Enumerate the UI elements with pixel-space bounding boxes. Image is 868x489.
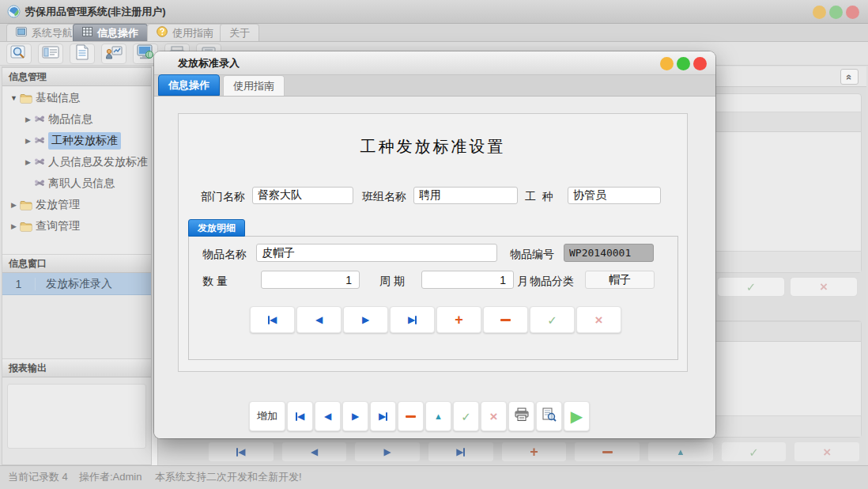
tree-collapsed-icon[interactable]: ▶	[23, 116, 33, 123]
system-message-status: 本系统支持二次开发和全新开发!	[155, 470, 302, 484]
first-icon: ◀	[236, 447, 245, 457]
contact-card-icon	[42, 45, 59, 63]
tree-item-job-standard[interactable]: ▶ 工种发放标准	[2, 131, 149, 151]
detail-prev-button[interactable]: ◀	[296, 306, 342, 333]
cycle-label: 周 期	[379, 272, 405, 290]
minus-icon	[406, 415, 416, 418]
tree-item-issue-manage[interactable]: ▶ 发放管理	[2, 195, 149, 215]
tree-item-personnel-standard[interactable]: ▶ 人员信息及发放标准	[2, 152, 149, 172]
minimize-button[interactable]	[813, 6, 826, 19]
tree-collapsed-icon[interactable]: ▶	[9, 222, 19, 230]
tree-item-resigned-info[interactable]: 离职人员信息	[2, 173, 149, 194]
confirm-button[interactable]: ✓	[453, 401, 479, 431]
cancel-button[interactable]: ×	[790, 277, 858, 297]
standard-setting-panel: 工种发放标准设置 部门名称 班组名称 工 种 发放明细 物品名称 物品编号 数 …	[178, 113, 688, 372]
folder-icon	[20, 222, 32, 232]
edit-button[interactable]: ▲	[425, 401, 451, 431]
tree-collapsed-icon[interactable]: ▶	[9, 201, 19, 209]
first-icon: ◀	[268, 315, 277, 324]
background-record-navigator: ◀ ◀ ▶ ▶ + ▲ ✓ ×	[208, 442, 860, 462]
section-header-info-manage: 信息管理	[2, 67, 151, 86]
item-name-input[interactable]	[256, 244, 497, 262]
window-list-label: 发放标准录入	[36, 277, 112, 291]
issue-detail-tab[interactable]: 发放明细	[188, 219, 245, 237]
folder-icon	[20, 93, 32, 104]
print-button[interactable]	[508, 401, 534, 431]
detail-add-button[interactable]: +	[436, 306, 481, 333]
tree-item-query-manage[interactable]: ▶ 查询管理	[2, 216, 149, 237]
dialog-maximize-button[interactable]	[677, 57, 690, 70]
last-button[interactable]: ▶	[370, 401, 396, 431]
tab-info-operation[interactable]: 信息操作	[73, 24, 148, 41]
detail-first-button[interactable]: ◀	[250, 306, 295, 333]
tree-item-item-info[interactable]: ▶ 物品信息	[2, 109, 149, 130]
delete-record-button[interactable]	[574, 442, 640, 462]
confirm-record-button[interactable]: ✓	[721, 442, 787, 462]
detail-confirm-button[interactable]: ✓	[530, 306, 575, 333]
search-icon	[10, 44, 28, 63]
tab-system-nav[interactable]: 系统导航	[6, 24, 82, 41]
dialog-tab-user-guide[interactable]: 使用指南	[223, 75, 285, 96]
next-icon: ▶	[362, 315, 369, 324]
detail-delete-button[interactable]	[483, 306, 528, 333]
operator-status: 操作者:Admin	[79, 470, 142, 484]
run-button[interactable]: ▶	[564, 401, 590, 431]
document-icon	[76, 44, 89, 63]
report-output-panel	[7, 384, 146, 449]
detail-cancel-button[interactable]: ×	[576, 306, 621, 333]
tab-about[interactable]: 关于	[220, 24, 259, 41]
category-input[interactable]	[585, 271, 655, 289]
document-button[interactable]	[70, 44, 95, 64]
first-icon: ◀	[296, 411, 304, 421]
triangle-up-icon: ▲	[676, 448, 685, 457]
dialog-close-button[interactable]	[693, 57, 707, 70]
first-record-button[interactable]: ◀	[208, 442, 274, 462]
next-record-button[interactable]: ▶	[354, 442, 421, 462]
collapse-panel-button[interactable]: «	[840, 69, 859, 85]
prev-icon: ◀	[324, 411, 331, 421]
edit-record-button[interactable]: ▲	[647, 442, 714, 462]
tree-expanded-icon[interactable]: ▼	[9, 94, 19, 102]
dialog-tab-info-operation[interactable]: 信息操作	[158, 74, 220, 96]
app-window: 劳保用品管理系统(非注册用户) 系统导航 信息操作 使用指南 关于	[0, 0, 868, 489]
quantity-input[interactable]	[261, 271, 360, 289]
maximize-button[interactable]	[829, 6, 843, 19]
title-bar: 劳保用品管理系统(非注册用户)	[0, 0, 868, 24]
tree-collapsed-icon[interactable]: ▶	[23, 137, 33, 145]
prev-button[interactable]: ◀	[315, 401, 341, 431]
close-button[interactable]	[846, 6, 859, 19]
job-type-input[interactable]	[568, 187, 661, 204]
record-card-button[interactable]	[38, 44, 63, 64]
window-title: 劳保用品管理系统(非注册用户)	[25, 0, 166, 24]
tree-collapsed-icon[interactable]: ▶	[23, 158, 33, 166]
detail-next-button[interactable]: ▶	[343, 306, 388, 333]
close-icon: ×	[820, 280, 828, 294]
next-button[interactable]: ▶	[342, 401, 368, 431]
prev-record-button[interactable]: ◀	[281, 442, 348, 462]
last-record-button[interactable]: ▶	[428, 442, 494, 462]
personnel-report-button[interactable]	[101, 44, 126, 64]
tree-item-basic-info[interactable]: ▼ 基础信息	[2, 88, 149, 108]
tab-user-guide[interactable]: 使用指南	[147, 24, 223, 41]
window-list-item[interactable]: 1 发放标准录入	[2, 273, 151, 295]
next-icon: ▶	[384, 447, 391, 457]
add-record-button[interactable]: +	[501, 442, 568, 462]
confirm-button[interactable]: ✓	[717, 277, 785, 297]
window-list-index: 1	[2, 278, 36, 290]
dialog-minimize-button[interactable]	[660, 57, 674, 70]
search-button[interactable]	[6, 44, 32, 64]
add-button[interactable]: 增加	[249, 401, 285, 431]
cancel-button[interactable]: ×	[481, 401, 507, 431]
check-icon: ✓	[749, 446, 759, 458]
detail-last-button[interactable]: ▶	[390, 306, 435, 333]
first-button[interactable]: ◀	[287, 401, 313, 431]
dept-name-input[interactable]	[252, 187, 353, 204]
print-preview-button[interactable]	[536, 401, 562, 431]
prev-icon: ◀	[315, 315, 323, 324]
team-name-input[interactable]	[413, 187, 518, 204]
tools-icon	[34, 179, 45, 189]
app-logo-icon	[7, 5, 21, 21]
cancel-record-button[interactable]: ×	[794, 442, 860, 462]
delete-button[interactable]	[398, 401, 424, 431]
cycle-input[interactable]	[421, 271, 514, 289]
